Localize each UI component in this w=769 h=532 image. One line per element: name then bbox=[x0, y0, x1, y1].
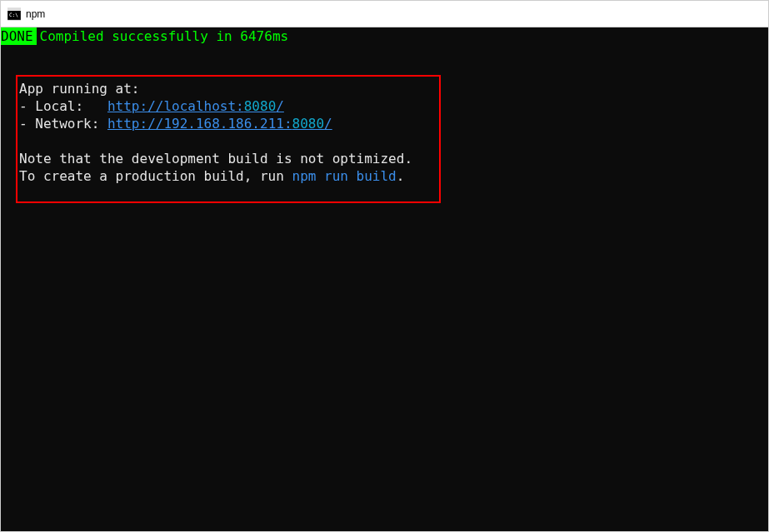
terminal-window: C:\ npm DONE Compiled successfully in 64… bbox=[0, 0, 769, 532]
svg-rect-1 bbox=[7, 8, 21, 11]
window-title: npm bbox=[26, 8, 45, 20]
terminal-icon: C:\ bbox=[7, 7, 21, 21]
network-url-link[interactable]: http://192.168.186.211:8080/ bbox=[107, 116, 332, 132]
window-titlebar[interactable]: C:\ npm bbox=[1, 1, 768, 27]
network-url-line: - Network: http://192.168.186.211:8080/ bbox=[19, 115, 437, 132]
note-line-1: Note that the development build is not o… bbox=[19, 150, 437, 167]
build-command: npm run build bbox=[292, 168, 397, 184]
note-suffix: . bbox=[397, 168, 405, 184]
status-line: DONE Compiled successfully in 6476ms bbox=[1, 27, 768, 45]
blank-line bbox=[19, 132, 437, 150]
compile-status-text: Compiled successfully in 6476ms bbox=[40, 27, 289, 45]
network-label: - Network: bbox=[19, 116, 107, 132]
annotation-box: App running at: - Local: http://localhos… bbox=[16, 75, 441, 203]
svg-text:C:\: C:\ bbox=[9, 12, 18, 17]
done-badge: DONE bbox=[1, 27, 37, 45]
note-prefix: To create a production build, run bbox=[19, 168, 292, 184]
terminal-body[interactable]: DONE Compiled successfully in 6476ms App… bbox=[1, 27, 768, 531]
local-label: - Local: bbox=[19, 98, 107, 114]
local-url-link[interactable]: http://localhost:8080/ bbox=[107, 98, 284, 114]
app-running-text: App running at: bbox=[19, 80, 437, 97]
note-line-2: To create a production build, run npm ru… bbox=[19, 167, 437, 185]
local-url-line: - Local: http://localhost:8080/ bbox=[19, 97, 437, 115]
